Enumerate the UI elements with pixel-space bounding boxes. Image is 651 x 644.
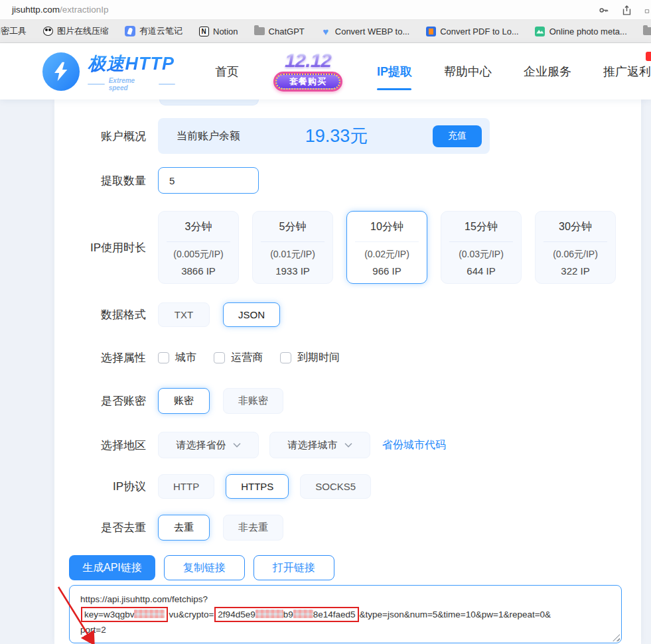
section-label: 是否账密 — [54, 393, 158, 409]
protocol-option-socks5[interactable]: SOCKS5 — [300, 474, 371, 499]
balance-bar: 当前账户余额 19.33元 充值 — [158, 118, 490, 154]
checkbox-icon[interactable] — [158, 352, 169, 363]
duration-option-15min[interactable]: 15分钟 (0.03元/IP) 644 IP — [441, 211, 522, 284]
nav-red-badge — [646, 52, 651, 61]
blue-heart-icon: ♥ — [321, 26, 331, 36]
notion-icon: N — [198, 26, 209, 36]
attributes-row: 选择属性 城市 运营商 到期时间 — [54, 348, 641, 367]
checkbox-icon[interactable] — [280, 352, 291, 363]
pdf-converter-icon — [425, 26, 436, 36]
browser-url-bar: jisuhttp.com/extractionIp — [0, 0, 651, 20]
duration-row: IP使用时长 3分钟 (0.005元/IP) 3866 IP 5分钟 (0.01… — [54, 210, 641, 285]
section-label: 提取数量 — [54, 173, 158, 188]
bookmark-item[interactable]: 有道云笔记 — [125, 25, 182, 37]
open-link-button[interactable]: 打开链接 — [253, 555, 334, 580]
quantity-input[interactable] — [158, 167, 259, 194]
api-url-line2: key=w3qgbvvu&crypto=2f94d5e9b98e14faed5&… — [80, 607, 611, 622]
site-header: 极速HTTP Extreme speed 首页 12.12 套餐购买 IP提取 … — [0, 43, 651, 99]
bookmark-label: Online photo meta... — [549, 27, 627, 36]
account-overview-row: 账户概况 当前账户余额 19.33元 充值 — [54, 118, 641, 154]
redacted-key-mosaic — [134, 610, 165, 618]
balance-label: 当前账户余额 — [177, 129, 240, 143]
duration-option-3min[interactable]: 3分钟 (0.005元/IP) 3866 IP — [158, 211, 239, 284]
logo-subtitle: Extreme speed — [88, 77, 175, 92]
bookmark-label: 加密工具 — [0, 25, 27, 37]
recharge-button[interactable]: 充值 — [433, 125, 482, 147]
redacted-crypto-mosaic — [293, 610, 313, 618]
bookmark-item[interactable]: 加密工具 — [0, 25, 27, 37]
key-highlight-box: key=w3qgbv — [81, 607, 168, 622]
api-url-line1: https://api.jisuhttp.com/fetchips? — [80, 592, 611, 607]
bookmark-item[interactable]: Online photo meta... — [535, 26, 627, 36]
green-photo-icon — [535, 26, 545, 36]
checkbox-icon[interactable] — [214, 352, 225, 363]
quantity-row: 提取数量 — [54, 166, 641, 194]
nav-item-referral[interactable]: 推广返利 — [603, 64, 651, 80]
bookmark-label: 图片在线压缩 — [57, 25, 109, 37]
auth-option-credential-selected[interactable]: 账密 — [158, 388, 210, 414]
promo-pill: 套餐购买 — [273, 72, 342, 92]
key-icon[interactable] — [598, 5, 609, 16]
main-nav: 首页 12.12 套餐购买 IP提取 帮助中心 企业服务 推广返利 — [215, 50, 651, 93]
promo-date: 12.12 — [271, 50, 345, 70]
nav-item-enterprise[interactable]: 企业服务 — [524, 64, 571, 80]
page-background: 账户概况 当前账户余额 19.33元 充值 提取数量 IP使用时长 3分钟 (0… — [0, 99, 651, 644]
folder-icon — [254, 26, 265, 36]
bookmark-item[interactable]: N Notion — [198, 26, 238, 36]
copy-link-button[interactable]: 复制链接 — [164, 555, 245, 580]
scroll-cutoff-element — [159, 99, 259, 105]
redacted-crypto-mosaic — [255, 610, 283, 618]
duration-option-10min-selected[interactable]: 10分钟 (0.02元/IP) 966 IP — [346, 211, 427, 284]
bookmark-item[interactable]: ♥ Convert WEBP to... — [321, 26, 409, 36]
api-url-line3: port=2 — [80, 622, 611, 637]
duration-option-30min[interactable]: 30分钟 (0.06元/IP) 322 IP — [535, 211, 616, 284]
auth-row: 是否账密 账密 非账密 — [54, 387, 641, 415]
url-path: /extractionIp — [60, 5, 109, 15]
logo-title: 极速HTTP — [88, 52, 175, 76]
region-row: 选择地区 请选择省份 请选择城市 省份城市代码 — [54, 432, 641, 458]
bookmark-item[interactable]: 图片在线压缩 — [42, 25, 109, 37]
api-url-textarea[interactable]: https://api.jisuhttp.com/fetchips? key=w… — [69, 585, 622, 643]
section-label: 账户概况 — [54, 129, 158, 144]
actions-row: 生成API链接 复制链接 打开链接 — [54, 554, 641, 581]
chevron-down-icon — [344, 442, 352, 448]
bookmark-item[interactable]: Relakkes — [643, 26, 651, 36]
attribute-checkbox-expiry[interactable]: 到期时间 — [280, 351, 340, 365]
lightning-bolt-icon — [42, 52, 80, 91]
attribute-checkbox-city[interactable]: 城市 — [158, 351, 196, 365]
share-icon[interactable] — [621, 5, 632, 16]
attribute-checkbox-carrier[interactable]: 运营商 — [214, 351, 263, 365]
nav-item-ip-extract[interactable]: IP提取 — [377, 64, 412, 80]
bookmark-label: ChatGPT — [269, 27, 305, 36]
format-option-json-selected[interactable]: JSON — [223, 302, 280, 327]
dedupe-option-no[interactable]: 非去重 — [223, 515, 283, 541]
section-label: 是否去重 — [54, 520, 158, 535]
bookmark-label: Convert WEBP to... — [335, 27, 409, 36]
protocol-option-https-selected[interactable]: HTTPS — [226, 474, 289, 499]
dedupe-option-yes-selected[interactable]: 去重 — [158, 515, 210, 541]
generate-api-link-button[interactable]: 生成API链接 — [69, 555, 155, 580]
auth-option-no-credential[interactable]: 非账密 — [223, 388, 283, 414]
bookmark-item[interactable]: Convert PDF to Lo... — [425, 26, 519, 36]
city-select[interactable]: 请选择城市 — [269, 432, 370, 458]
nav-item-help-center[interactable]: 帮助中心 — [444, 64, 492, 80]
province-select[interactable]: 请选择省份 — [158, 432, 259, 458]
nav-item-home[interactable]: 首页 — [215, 64, 239, 80]
balance-value: 19.33元 — [240, 124, 433, 148]
format-option-txt[interactable]: TXT — [158, 302, 210, 327]
duration-option-5min[interactable]: 5分钟 (0.01元/IP) 1933 IP — [252, 211, 333, 284]
promo-banner-1212[interactable]: 12.12 套餐购买 — [271, 50, 345, 93]
province-city-code-link[interactable]: 省份城市代码 — [382, 438, 446, 452]
bookmark-item[interactable]: ChatGPT — [254, 26, 305, 36]
tab-icon-partial[interactable] — [644, 5, 650, 16]
folder-icon — [643, 26, 651, 36]
bookmark-label: Notion — [213, 27, 238, 36]
protocol-option-http[interactable]: HTTP — [158, 474, 214, 499]
dedupe-row: 是否去重 去重 非去重 — [54, 513, 641, 541]
section-label: 选择属性 — [54, 350, 158, 365]
section-label: IP协议 — [54, 479, 158, 494]
address-url[interactable]: jisuhttp.com/extractionIp — [12, 5, 109, 15]
chevron-down-icon — [233, 442, 241, 448]
crypto-highlight-box: 2f94d5e9b98e14faed5 — [214, 607, 358, 622]
site-logo[interactable]: 极速HTTP Extreme speed — [42, 52, 175, 92]
